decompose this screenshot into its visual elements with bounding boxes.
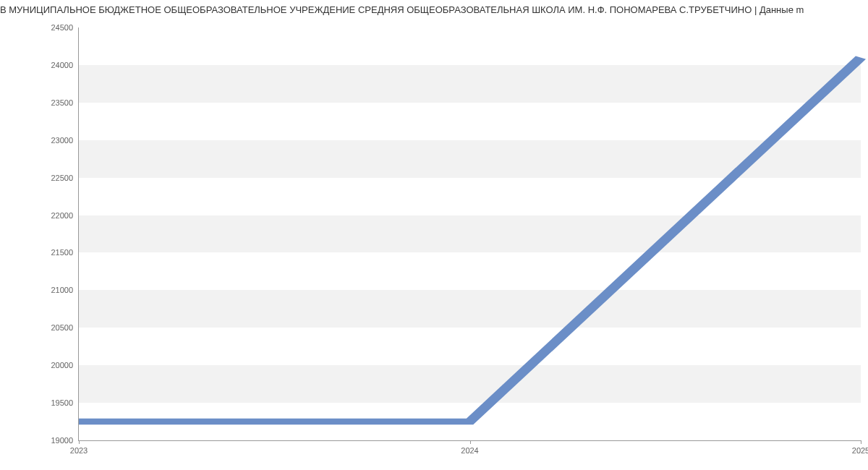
y-tick-label: 21000 bbox=[51, 286, 79, 294]
y-tick-label: 24000 bbox=[51, 61, 79, 69]
x-tick bbox=[79, 440, 80, 444]
y-tick-label: 22500 bbox=[51, 174, 79, 182]
y-tick-label: 22000 bbox=[51, 211, 79, 220]
chart-title: В МУНИЦИПАЛЬНОЕ БЮДЖЕТНОЕ ОБЩЕОБРАЗОВАТЕ… bbox=[0, 0, 868, 15]
y-tick-label: 19500 bbox=[51, 398, 79, 407]
x-tick bbox=[470, 440, 471, 444]
y-tick-label: 23500 bbox=[51, 98, 79, 107]
y-tick-label: 24500 bbox=[51, 23, 79, 32]
line-series bbox=[79, 27, 861, 440]
plot-area: 1900019500200002050021000215002200022500… bbox=[78, 27, 861, 441]
y-tick-label: 23000 bbox=[51, 136, 79, 145]
y-tick-label: 21500 bbox=[51, 248, 79, 257]
x-tick bbox=[861, 440, 861, 444]
y-tick-label: 20000 bbox=[51, 361, 79, 369]
chart-container: В МУНИЦИПАЛЬНОЕ БЮДЖЕТНОЕ ОБЩЕОБРАЗОВАТЕ… bbox=[0, 0, 868, 470]
y-tick-label: 20500 bbox=[51, 323, 79, 332]
x-tick-label: 2025 bbox=[852, 440, 868, 455]
